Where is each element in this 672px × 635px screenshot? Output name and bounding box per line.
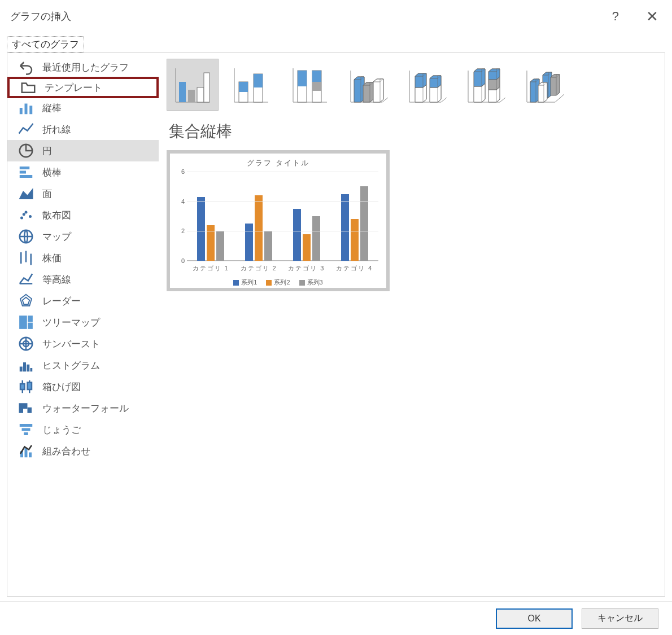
svg-rect-46 — [204, 73, 210, 102]
sidebar-item-label: 株価 — [42, 252, 62, 265]
sidebar-item-recent[interactable]: 最近使用したグラフ — [7, 56, 159, 78]
sidebar-item-treemap[interactable]: ツリーマップ — [7, 312, 159, 333]
map-chart-icon — [18, 229, 34, 244]
cancel-button[interactable]: キャンセル — [582, 608, 658, 629]
sidebar-item-line[interactable]: 折れ線 — [7, 119, 159, 140]
sidebar-item-map[interactable]: マップ — [7, 226, 159, 247]
dialog-titlebar: グラフの挿入 ? ✕ — [0, 0, 672, 33]
ytick: 4 — [181, 198, 185, 205]
combo-chart-icon — [18, 444, 34, 458]
subtype-stacked-column-3d[interactable] — [402, 59, 453, 111]
svg-rect-39 — [25, 448, 28, 457]
sidebar-item-funnel[interactable]: じょうご — [7, 419, 159, 440]
sidebar-item-scatter[interactable]: 散布図 — [7, 204, 159, 226]
sidebar-item-waterfall[interactable]: ウォーターフォール — [7, 397, 159, 419]
chart-preview[interactable]: グラフ タイトル 0246 カテゴリ 1カテゴリ 2カテゴリ 3カテゴリ 4 系… — [167, 150, 390, 291]
bar — [216, 231, 224, 261]
sidebar-item-label: サンバースト — [42, 338, 100, 351]
sidebar-item-templates[interactable]: テンプレート — [7, 77, 159, 98]
svg-rect-40 — [29, 453, 32, 458]
folder-icon — [20, 80, 37, 95]
sidebar-item-histogram[interactable]: ヒストグラム — [7, 354, 159, 376]
undo-icon — [18, 60, 34, 75]
svg-marker-16 — [23, 297, 30, 305]
close-icon[interactable]: ✕ — [646, 9, 658, 24]
subtype-stacked-column-100[interactable] — [284, 59, 336, 111]
ytick: 6 — [181, 168, 185, 175]
svg-rect-50 — [239, 82, 248, 92]
svg-rect-56 — [298, 71, 307, 86]
sidebar-item-area[interactable]: 面 — [7, 183, 159, 204]
line-chart-icon — [18, 122, 34, 137]
svg-rect-37 — [24, 432, 28, 435]
svg-rect-31 — [28, 383, 32, 390]
sunburst-chart-icon — [18, 336, 34, 351]
column-chart-icon — [18, 100, 34, 115]
legend-entry: 系列2 — [266, 278, 290, 287]
ok-button[interactable]: OK — [496, 608, 573, 629]
sidebar-item-combo[interactable]: 組み合わせ — [7, 440, 159, 462]
svg-line-65 — [441, 98, 447, 102]
help-icon[interactable]: ? — [612, 9, 619, 24]
sidebar-item-label: 最近使用したグラフ — [42, 61, 129, 74]
bar — [351, 219, 359, 261]
chart-preview-legend: 系列1系列2系列3 — [176, 278, 381, 287]
category-label: カテゴリ 4 — [330, 264, 378, 273]
sidebar-item-bar[interactable]: 横棒 — [7, 161, 159, 183]
svg-rect-59 — [312, 82, 321, 91]
stock-chart-icon — [18, 251, 34, 265]
sidebar-item-surface[interactable]: 等高線 — [7, 269, 159, 290]
sidebar-item-label: 等高線 — [42, 273, 71, 286]
svg-rect-35 — [20, 424, 33, 427]
subtype-column-3d[interactable] — [519, 59, 571, 111]
chart-preview-categories: カテゴリ 1カテゴリ 2カテゴリ 3カテゴリ 4 — [187, 264, 378, 273]
sidebar-item-stock[interactable]: 株価 — [7, 247, 159, 269]
sidebar-item-radar[interactable]: レーダー — [7, 290, 159, 312]
sidebar-item-label: 円 — [42, 144, 52, 157]
chart-subtype-title: 集合縦棒 — [169, 121, 657, 142]
svg-rect-32 — [20, 404, 23, 413]
subtype-clustered-column-3d[interactable] — [343, 59, 395, 111]
sidebar-item-label: ツリーマップ — [42, 316, 100, 329]
subtype-stacked-column[interactable] — [225, 59, 277, 111]
sidebar-item-label: じょうご — [42, 423, 81, 436]
legend-entry: 系列1 — [233, 278, 257, 287]
bar — [303, 234, 311, 261]
bar-group — [187, 172, 235, 261]
bar — [341, 194, 349, 261]
svg-rect-1 — [25, 104, 28, 115]
svg-point-7 — [20, 217, 23, 220]
sidebar-item-label: ヒストグラム — [42, 359, 100, 372]
svg-rect-58 — [312, 71, 321, 82]
svg-rect-19 — [28, 322, 33, 330]
bar — [312, 216, 320, 261]
svg-point-8 — [25, 211, 28, 214]
sidebar-item-pie[interactable]: 円 — [7, 140, 159, 161]
svg-rect-33 — [24, 404, 27, 409]
sidebar-item-label: 面 — [42, 187, 52, 200]
sidebar-item-column[interactable]: 縦棒 — [7, 97, 159, 119]
subtype-stacked-column-100-3d[interactable] — [460, 59, 512, 111]
area-chart-icon — [18, 186, 34, 201]
subtype-clustered-column[interactable] — [167, 59, 219, 111]
ytick: 2 — [181, 227, 185, 234]
svg-rect-24 — [20, 367, 23, 372]
dialog-footer: OK キャンセル — [0, 601, 672, 635]
sidebar-item-boxwhisker[interactable]: 箱ひげ図 — [7, 376, 159, 397]
sidebar-item-sunburst[interactable]: サンバースト — [7, 333, 159, 354]
chart-subtype-row — [167, 59, 657, 111]
sidebar-item-label: 折れ線 — [42, 123, 71, 136]
surface-chart-icon — [18, 272, 34, 287]
sidebar-item-label: ウォーターフォール — [42, 402, 129, 415]
tab-all-charts[interactable]: すべてのグラフ — [7, 36, 84, 52]
svg-rect-18 — [28, 316, 33, 323]
bar-group — [330, 172, 378, 261]
svg-rect-17 — [19, 316, 28, 330]
bar — [264, 231, 272, 261]
svg-rect-34 — [28, 408, 31, 413]
svg-rect-27 — [30, 368, 33, 371]
sidebar-item-label: 組み合わせ — [42, 445, 90, 458]
waterfall-chart-icon — [18, 401, 34, 415]
sidebar-item-label: レーダー — [42, 295, 81, 308]
svg-rect-0 — [20, 108, 23, 114]
